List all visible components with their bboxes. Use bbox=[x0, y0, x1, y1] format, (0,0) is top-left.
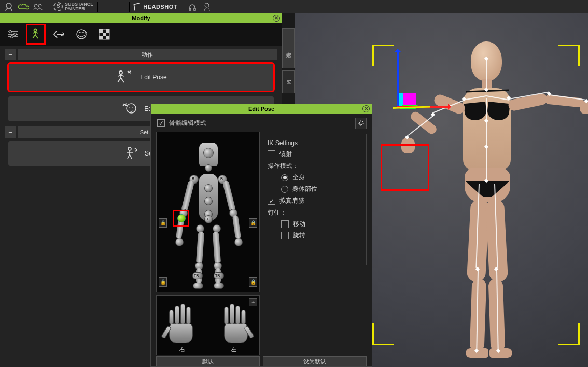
svg-rect-14 bbox=[99, 36, 103, 39]
op-mode-label: 操作模式： bbox=[268, 162, 364, 171]
skeleton-picker[interactable]: 🔒 🔒 🔒 🔒 R R bbox=[156, 132, 260, 292]
svg-point-2 bbox=[38, 4, 41, 7]
pin-rotate-checkbox[interactable] bbox=[281, 232, 289, 239]
lock-right-hand-icon[interactable]: 🔒 bbox=[249, 218, 257, 228]
svg-point-5 bbox=[14, 33, 17, 36]
skeleton-mode-checkbox[interactable] bbox=[157, 119, 165, 127]
edit-pose-label: Edit Pose bbox=[140, 74, 166, 81]
headshot-button[interactable]: HEADSHOT bbox=[134, 3, 177, 10]
edit-pose-icon bbox=[115, 69, 133, 85]
close-icon[interactable]: ✕ bbox=[273, 15, 280, 22]
pose-tab-icon[interactable] bbox=[27, 25, 45, 44]
lock-right-foot-icon[interactable]: 🔒 bbox=[249, 277, 257, 287]
substance-painter-button[interactable]: SUBSTANCE PAINTER bbox=[53, 2, 93, 11]
pin-move-label: 移动 bbox=[293, 220, 305, 229]
cloud-icon[interactable] bbox=[17, 1, 30, 12]
close-icon[interactable]: ✕ bbox=[362, 105, 370, 112]
full-body-label: 全身 bbox=[292, 173, 305, 182]
group-icon[interactable] bbox=[31, 1, 45, 12]
section-motion: − 动作 bbox=[5, 49, 277, 60]
head-preset-icon[interactable] bbox=[2, 1, 16, 12]
viewport-highlight bbox=[382, 145, 428, 190]
morph-tab-icon[interactable] bbox=[73, 25, 90, 44]
ik-settings-label: IK Settings bbox=[268, 139, 364, 147]
svg-point-16 bbox=[119, 71, 122, 74]
ik-settings-group: IK Settings 镜射 操作模式： 全身 身体部位 拟真肩膀 钉住： 移动… bbox=[265, 132, 367, 355]
mirror-label: 镜射 bbox=[279, 150, 292, 159]
full-body-radio[interactable] bbox=[281, 174, 288, 181]
shoulder-checkbox[interactable] bbox=[268, 197, 275, 205]
svg-point-19 bbox=[359, 122, 362, 125]
edit-pose-title: Edit Pose bbox=[248, 106, 274, 112]
lock-left-foot-icon[interactable]: 🔒 bbox=[159, 277, 167, 287]
modify-header: Modify ✕ bbox=[0, 13, 282, 23]
section-motion-title: 动作 bbox=[18, 49, 277, 60]
vertical-tabs: 绑定 M bbox=[282, 28, 295, 95]
pin-rotate-label: 旋转 bbox=[293, 231, 305, 240]
edit-pose-bottom-tabs: 默认 设为默认 bbox=[151, 356, 372, 366]
headshot-icon bbox=[133, 2, 142, 10]
misc-icon[interactable] bbox=[200, 1, 214, 12]
hand-left-label: 左 bbox=[231, 346, 236, 354]
sliders-tab-icon[interactable] bbox=[4, 25, 22, 44]
collapse-motion-button[interactable]: − bbox=[5, 49, 16, 60]
hand-right-label: 右 bbox=[179, 346, 185, 354]
headshot-label: HEADSHOT bbox=[143, 4, 177, 10]
character-body bbox=[383, 36, 580, 358]
pin-label: 钉住： bbox=[268, 208, 364, 217]
edit-pose-button[interactable]: Edit Pose bbox=[8, 63, 274, 91]
edit-pose-header: Edit Pose ✕ bbox=[151, 104, 372, 114]
substance-icon bbox=[53, 2, 63, 11]
svg-point-6 bbox=[11, 36, 13, 38]
pin-move-checkbox[interactable] bbox=[281, 220, 289, 228]
accessory-icon[interactable] bbox=[186, 1, 199, 12]
checker-tab-icon[interactable] bbox=[95, 25, 113, 44]
edit-pose-panel: Edit Pose ✕ 骨骼编辑模式 🔒 🔒 🔒 🔒 R bbox=[150, 104, 372, 367]
svg-point-0 bbox=[6, 3, 11, 8]
app-toolbar: SUBSTANCE PAINTER HEADSHOT bbox=[0, 0, 588, 13]
body-part-radio[interactable] bbox=[281, 186, 288, 193]
svg-point-7 bbox=[34, 29, 37, 32]
svg-rect-11 bbox=[99, 29, 103, 33]
skeleton-mode-label: 骨骼编辑模式 bbox=[169, 119, 206, 128]
mirror-checkbox[interactable] bbox=[268, 150, 275, 158]
hand-picker[interactable]: ⚭ 右 bbox=[156, 295, 260, 355]
svg-rect-15 bbox=[106, 36, 109, 39]
set-hik-icon bbox=[122, 146, 137, 161]
lock-left-hand-icon[interactable]: 🔒 bbox=[159, 218, 167, 228]
svg-rect-12 bbox=[106, 29, 109, 33]
collapse-setup-button[interactable]: − bbox=[5, 126, 16, 138]
modify-tab-strip bbox=[0, 23, 282, 46]
substance-label: SUBSTANCE PAINTER bbox=[65, 2, 93, 11]
body-part-label: 身体部位 bbox=[292, 185, 317, 193]
edit-face-icon bbox=[121, 102, 137, 116]
svg-point-1 bbox=[34, 4, 37, 7]
gear-icon[interactable] bbox=[355, 118, 367, 129]
set-default-button[interactable]: 设为默认 bbox=[263, 356, 367, 366]
modify-title: Modify bbox=[132, 15, 150, 21]
svg-point-18 bbox=[128, 147, 131, 150]
side-tab-1[interactable]: 绑定 bbox=[282, 28, 295, 68]
svg-point-4 bbox=[9, 31, 12, 33]
svg-point-3 bbox=[205, 3, 209, 7]
shoulder-label: 拟真肩膀 bbox=[279, 196, 304, 205]
svg-rect-13 bbox=[103, 33, 106, 36]
default-button[interactable]: 默认 bbox=[156, 356, 260, 366]
transform-tab-icon[interactable] bbox=[50, 25, 67, 44]
side-tab-2[interactable]: M bbox=[282, 70, 295, 93]
